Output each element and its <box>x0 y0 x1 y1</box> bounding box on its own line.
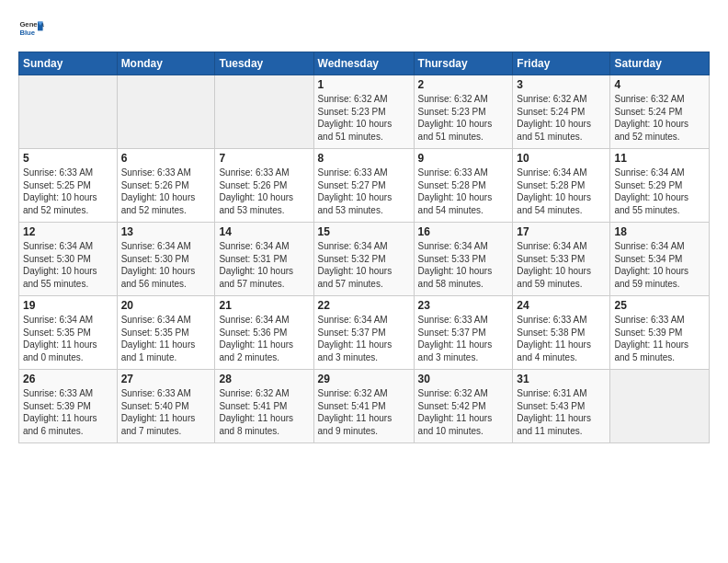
calendar-cell: 19Sunrise: 6:34 AMSunset: 5:35 PMDayligh… <box>19 296 118 370</box>
day-info: Sunrise: 6:32 AMSunset: 5:42 PMDaylight:… <box>418 387 509 437</box>
day-number: 17 <box>517 225 606 238</box>
logo: General Blue <box>18 17 44 42</box>
calendar-cell <box>215 75 313 149</box>
calendar-cell: 31Sunrise: 6:31 AMSunset: 5:43 PMDayligh… <box>513 370 610 443</box>
day-info: Sunrise: 6:33 AMSunset: 5:26 PMDaylight:… <box>219 167 309 216</box>
day-info: Sunrise: 6:32 AMSunset: 5:41 PMDaylight:… <box>219 387 309 437</box>
day-info: Sunrise: 6:34 AMSunset: 5:33 PMDaylight:… <box>517 240 606 290</box>
day-info: Sunrise: 6:34 AMSunset: 5:36 PMDaylight:… <box>219 314 309 363</box>
day-number: 18 <box>614 225 705 238</box>
calendar-cell: 27Sunrise: 6:33 AMSunset: 5:40 PMDayligh… <box>117 370 215 443</box>
day-info: Sunrise: 6:32 AMSunset: 5:24 PMDaylight:… <box>614 93 705 143</box>
svg-text:Blue: Blue <box>19 29 35 37</box>
day-info: Sunrise: 6:34 AMSunset: 5:33 PMDaylight:… <box>418 240 509 290</box>
day-number: 30 <box>418 373 509 385</box>
day-info: Sunrise: 6:34 AMSunset: 5:35 PMDaylight:… <box>23 314 113 363</box>
calendar-week-row: 5Sunrise: 6:33 AMSunset: 5:25 PMDaylight… <box>19 149 710 223</box>
calendar-cell <box>19 75 118 149</box>
weekday-header: Sunday <box>19 52 118 75</box>
weekday-header: Wednesday <box>313 52 414 75</box>
calendar-cell: 29Sunrise: 6:32 AMSunset: 5:41 PMDayligh… <box>313 370 414 443</box>
day-info: Sunrise: 6:31 AMSunset: 5:43 PMDaylight:… <box>517 387 606 437</box>
day-number: 26 <box>23 373 113 385</box>
calendar-cell: 18Sunrise: 6:34 AMSunset: 5:34 PMDayligh… <box>610 223 710 296</box>
day-number: 13 <box>121 225 211 238</box>
calendar-week-row: 26Sunrise: 6:33 AMSunset: 5:39 PMDayligh… <box>19 370 710 443</box>
weekday-header: Monday <box>117 52 215 75</box>
day-number: 6 <box>121 152 211 165</box>
day-info: Sunrise: 6:33 AMSunset: 5:28 PMDaylight:… <box>418 167 509 216</box>
day-number: 28 <box>219 373 309 385</box>
day-number: 31 <box>517 373 606 385</box>
day-info: Sunrise: 6:32 AMSunset: 5:24 PMDaylight:… <box>517 93 606 143</box>
calendar-cell: 5Sunrise: 6:33 AMSunset: 5:25 PMDaylight… <box>19 149 118 223</box>
calendar-week-row: 19Sunrise: 6:34 AMSunset: 5:35 PMDayligh… <box>19 296 710 370</box>
day-number: 5 <box>23 152 113 165</box>
calendar-cell: 30Sunrise: 6:32 AMSunset: 5:42 PMDayligh… <box>414 370 513 443</box>
day-number: 20 <box>121 299 211 312</box>
day-info: Sunrise: 6:34 AMSunset: 5:37 PMDaylight:… <box>318 314 410 363</box>
weekday-header-row: SundayMondayTuesdayWednesdayThursdayFrid… <box>19 52 710 75</box>
day-number: 3 <box>517 78 606 91</box>
weekday-header: Tuesday <box>215 52 313 75</box>
day-number: 22 <box>318 299 410 312</box>
day-info: Sunrise: 6:34 AMSunset: 5:31 PMDaylight:… <box>219 240 309 290</box>
day-info: Sunrise: 6:33 AMSunset: 5:38 PMDaylight:… <box>517 314 606 363</box>
weekday-header: Friday <box>513 52 610 75</box>
weekday-header: Saturday <box>610 52 710 75</box>
day-number: 19 <box>23 299 113 312</box>
calendar-cell: 15Sunrise: 6:34 AMSunset: 5:32 PMDayligh… <box>313 223 414 296</box>
day-number: 8 <box>318 152 410 165</box>
calendar-cell: 7Sunrise: 6:33 AMSunset: 5:26 PMDaylight… <box>215 149 313 223</box>
day-info: Sunrise: 6:34 AMSunset: 5:30 PMDaylight:… <box>121 240 211 290</box>
day-number: 10 <box>517 152 606 165</box>
day-info: Sunrise: 6:34 AMSunset: 5:28 PMDaylight:… <box>517 167 606 216</box>
calendar-cell: 10Sunrise: 6:34 AMSunset: 5:28 PMDayligh… <box>513 149 610 223</box>
day-number: 1 <box>318 78 410 91</box>
day-number: 14 <box>219 225 309 238</box>
calendar-cell: 25Sunrise: 6:33 AMSunset: 5:39 PMDayligh… <box>610 296 710 370</box>
day-number: 9 <box>418 152 509 165</box>
day-number: 25 <box>614 299 705 312</box>
day-info: Sunrise: 6:33 AMSunset: 5:25 PMDaylight:… <box>23 167 113 216</box>
calendar-cell: 6Sunrise: 6:33 AMSunset: 5:26 PMDaylight… <box>117 149 215 223</box>
calendar-week-row: 12Sunrise: 6:34 AMSunset: 5:30 PMDayligh… <box>19 223 710 296</box>
day-number: 29 <box>318 373 410 385</box>
calendar-cell: 26Sunrise: 6:33 AMSunset: 5:39 PMDayligh… <box>19 370 118 443</box>
calendar-cell: 17Sunrise: 6:34 AMSunset: 5:33 PMDayligh… <box>513 223 610 296</box>
day-number: 15 <box>318 225 410 238</box>
calendar-cell: 16Sunrise: 6:34 AMSunset: 5:33 PMDayligh… <box>414 223 513 296</box>
day-number: 4 <box>614 78 705 91</box>
calendar-week-row: 1Sunrise: 6:32 AMSunset: 5:23 PMDaylight… <box>19 75 710 149</box>
day-number: 16 <box>418 225 509 238</box>
day-info: Sunrise: 6:34 AMSunset: 5:32 PMDaylight:… <box>318 240 410 290</box>
day-info: Sunrise: 6:33 AMSunset: 5:27 PMDaylight:… <box>318 167 410 216</box>
calendar-cell: 8Sunrise: 6:33 AMSunset: 5:27 PMDaylight… <box>313 149 414 223</box>
calendar-cell: 14Sunrise: 6:34 AMSunset: 5:31 PMDayligh… <box>215 223 313 296</box>
day-number: 7 <box>219 152 309 165</box>
calendar-cell: 22Sunrise: 6:34 AMSunset: 5:37 PMDayligh… <box>313 296 414 370</box>
calendar-cell: 9Sunrise: 6:33 AMSunset: 5:28 PMDaylight… <box>414 149 513 223</box>
day-info: Sunrise: 6:33 AMSunset: 5:39 PMDaylight:… <box>614 314 705 363</box>
calendar-cell: 12Sunrise: 6:34 AMSunset: 5:30 PMDayligh… <box>19 223 118 296</box>
day-info: Sunrise: 6:33 AMSunset: 5:26 PMDaylight:… <box>121 167 211 216</box>
calendar-cell: 3Sunrise: 6:32 AMSunset: 5:24 PMDaylight… <box>513 75 610 149</box>
day-number: 12 <box>23 225 113 238</box>
calendar-cell: 21Sunrise: 6:34 AMSunset: 5:36 PMDayligh… <box>215 296 313 370</box>
header: General Blue <box>18 17 710 42</box>
day-info: Sunrise: 6:32 AMSunset: 5:23 PMDaylight:… <box>418 93 509 143</box>
weekday-header: Thursday <box>414 52 513 75</box>
day-info: Sunrise: 6:33 AMSunset: 5:37 PMDaylight:… <box>418 314 509 363</box>
calendar-cell: 11Sunrise: 6:34 AMSunset: 5:29 PMDayligh… <box>610 149 710 223</box>
day-info: Sunrise: 6:34 AMSunset: 5:29 PMDaylight:… <box>614 167 705 216</box>
day-number: 27 <box>121 373 211 385</box>
calendar-cell: 2Sunrise: 6:32 AMSunset: 5:23 PMDaylight… <box>414 75 513 149</box>
calendar-cell: 28Sunrise: 6:32 AMSunset: 5:41 PMDayligh… <box>215 370 313 443</box>
day-info: Sunrise: 6:32 AMSunset: 5:23 PMDaylight:… <box>318 93 410 143</box>
day-number: 21 <box>219 299 309 312</box>
day-info: Sunrise: 6:32 AMSunset: 5:41 PMDaylight:… <box>318 387 410 437</box>
calendar-cell <box>117 75 215 149</box>
calendar-cell: 4Sunrise: 6:32 AMSunset: 5:24 PMDaylight… <box>610 75 710 149</box>
calendar-cell: 23Sunrise: 6:33 AMSunset: 5:37 PMDayligh… <box>414 296 513 370</box>
day-info: Sunrise: 6:34 AMSunset: 5:30 PMDaylight:… <box>23 240 113 290</box>
